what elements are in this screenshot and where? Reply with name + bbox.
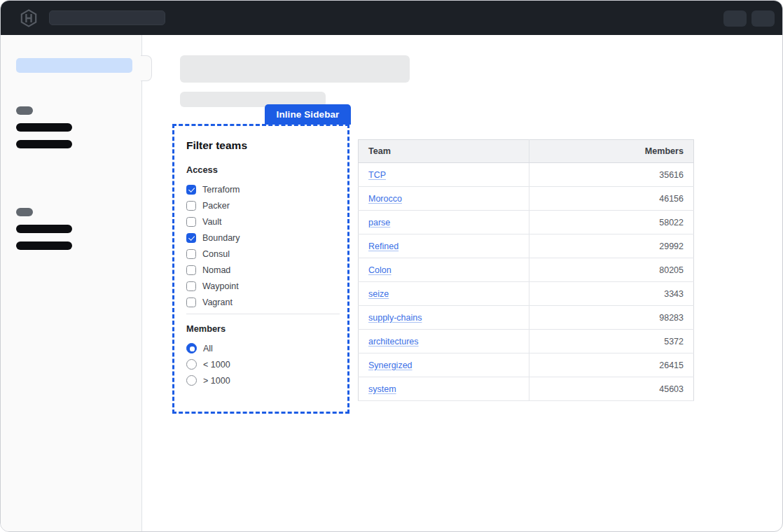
table-row: Refined 29992 — [359, 234, 694, 258]
team-members-count: 45603 — [529, 377, 694, 401]
team-members-count: 3343 — [529, 282, 694, 306]
sidebar-nav-item-placeholder — [16, 225, 72, 233]
checkbox-icon[interactable] — [186, 201, 196, 211]
filter-divider — [186, 314, 340, 314]
access-checkbox-option[interactable]: Terraform — [186, 181, 336, 197]
members-radio-option[interactable]: < 1000 — [186, 356, 336, 372]
access-checkbox-option[interactable]: Vault — [186, 214, 336, 230]
sidebar-section-label-placeholder — [16, 106, 33, 115]
checkbox-label: Nomad — [202, 265, 230, 275]
radio-label: All — [203, 344, 213, 354]
checkbox-icon[interactable] — [186, 185, 196, 195]
table-row: Synergized 26415 — [359, 354, 694, 377]
topbar-button-placeholder-1[interactable] — [723, 10, 747, 27]
access-checkbox-option[interactable]: Boundary — [186, 230, 336, 246]
team-cell: TCP — [359, 163, 529, 187]
column-header-team: Team — [359, 140, 529, 163]
team-cell: supply-chains — [359, 306, 529, 330]
sidebar-nav-item-placeholder — [16, 140, 72, 148]
team-members-count: 26415 — [529, 354, 694, 377]
team-link[interactable]: Morocco — [368, 194, 402, 204]
team-link[interactable]: Refined — [368, 241, 399, 251]
team-link[interactable]: supply-chains — [368, 313, 422, 323]
access-checkbox-option[interactable]: Vagrant — [186, 294, 336, 310]
checkbox-icon[interactable] — [186, 233, 196, 243]
table-row: Morocco 46156 — [359, 187, 694, 211]
access-checkbox-option[interactable]: Waypoint — [186, 278, 336, 294]
column-header-members: Members — [529, 140, 694, 163]
table-row: supply-chains 98283 — [359, 306, 694, 330]
table-row: architectures 5372 — [359, 330, 694, 354]
table-row: seize 3343 — [359, 282, 694, 306]
team-link[interactable]: parse — [368, 218, 390, 227]
team-link[interactable]: Colon — [368, 265, 392, 275]
checkbox-label: Vagrant — [202, 298, 233, 307]
checkbox-icon[interactable] — [186, 298, 196, 307]
table-row: Colon 80205 — [359, 258, 694, 282]
sidebar-section-label-placeholder — [16, 208, 33, 216]
table-body: TCP 35616 Morocco 46156 parse — [359, 163, 694, 401]
checkbox-icon[interactable] — [186, 249, 196, 259]
team-cell: seize — [359, 282, 529, 306]
team-members-count: 58022 — [529, 211, 694, 234]
sidebar-collapse-handle[interactable] — [141, 55, 152, 81]
team-link[interactable]: architectures — [368, 337, 419, 346]
checkbox-icon[interactable] — [186, 265, 196, 275]
team-cell: Refined — [359, 234, 529, 258]
table-row: system 45603 — [359, 377, 694, 401]
team-members-count: 46156 — [529, 187, 694, 211]
checkbox-label: Boundary — [202, 233, 240, 243]
radio-icon[interactable] — [186, 375, 197, 386]
sidebar-active-item-placeholder — [16, 58, 132, 73]
team-members-count: 80205 — [529, 258, 694, 282]
table-row: TCP 35616 — [359, 163, 694, 187]
access-checkbox-option[interactable]: Consul — [186, 246, 336, 262]
radio-label: > 1000 — [203, 376, 230, 386]
team-link[interactable]: TCP — [368, 170, 386, 180]
topbar-search-placeholder[interactable] — [49, 10, 165, 25]
checkbox-label: Consul — [202, 249, 230, 259]
teams-table: Team Members TCP 35616 Morocco — [358, 139, 694, 401]
members-radio-option[interactable]: All — [186, 340, 336, 356]
inline-sidebar-filter-panel: Filter teams Access Terraform Packer — [172, 124, 349, 414]
team-link[interactable]: system — [368, 384, 396, 394]
team-members-count: 5372 — [529, 330, 694, 354]
members-radio-option[interactable]: > 1000 — [186, 372, 336, 388]
members-radio-group: All < 1000 > 1000 — [186, 340, 336, 388]
team-members-count: 29992 — [529, 234, 694, 258]
checkbox-label: Packer — [202, 201, 230, 211]
checkbox-icon[interactable] — [186, 217, 196, 227]
hashicorp-logo-icon — [20, 9, 38, 27]
app-window: Inline Sidebar Filter teams Access Terra… — [0, 0, 783, 532]
table-header-row: Team Members — [359, 140, 694, 163]
sidebar-nav-item-placeholder — [16, 123, 72, 132]
access-checkbox-option[interactable]: Nomad — [186, 262, 336, 278]
team-cell: system — [359, 377, 529, 401]
team-link[interactable]: seize — [368, 289, 389, 299]
checkbox-label: Terraform — [202, 185, 240, 195]
checkbox-label: Waypoint — [202, 281, 239, 291]
team-members-count: 35616 — [529, 163, 694, 187]
access-group-label: Access — [186, 164, 336, 175]
app-sidebar — [1, 35, 142, 531]
access-checkbox-group: Terraform Packer Vault Boundary — [186, 181, 336, 310]
radio-label: < 1000 — [203, 360, 230, 370]
radio-icon[interactable] — [186, 343, 197, 354]
topbar-button-placeholder-2[interactable] — [751, 10, 775, 27]
access-checkbox-option[interactable]: Packer — [186, 197, 336, 214]
checkbox-icon[interactable] — [186, 281, 196, 291]
checkbox-label: Vault — [202, 217, 222, 227]
members-group-label: Members — [186, 323, 336, 334]
team-cell: Colon — [359, 258, 529, 282]
team-cell: parse — [359, 211, 529, 234]
table-row: parse 58022 — [359, 211, 694, 234]
team-link[interactable]: Synergized — [368, 360, 413, 370]
top-navigation-bar — [1, 1, 782, 35]
sidebar-nav-item-placeholder — [16, 241, 72, 250]
team-cell: architectures — [359, 330, 529, 354]
team-members-count: 98283 — [529, 306, 694, 330]
filter-panel-title: Filter teams — [186, 139, 336, 152]
team-cell: Synergized — [359, 354, 529, 377]
page-title-placeholder — [180, 55, 410, 83]
radio-icon[interactable] — [186, 359, 197, 370]
